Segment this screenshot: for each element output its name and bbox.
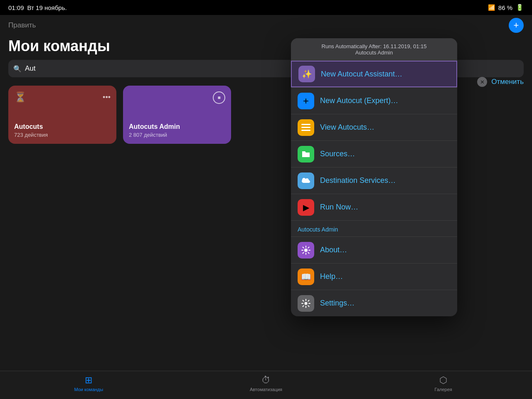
battery-icon: 🔋 xyxy=(516,4,524,11)
spinner-icon: ⏳ xyxy=(14,91,27,103)
status-bar-left: 01:09 Вт 19 ноябрь. xyxy=(8,4,67,11)
cancel-button[interactable]: Отменить xyxy=(491,78,524,86)
gallery-label: Галерея xyxy=(435,387,452,392)
sources-icon xyxy=(298,146,314,163)
view-label: View Autocuts… xyxy=(320,123,451,132)
shortcut-card-autocuts-admin[interactable]: ■ Autocuts Admin 2 807 действий xyxy=(123,86,231,144)
status-bar-right: 📶 86 % 🔋 xyxy=(488,4,524,11)
help-label: Help… xyxy=(320,272,451,281)
menu-item-new-expert[interactable]: + New Autocut (Expert)… xyxy=(291,87,457,114)
destination-icon xyxy=(298,172,314,189)
status-time: 01:09 xyxy=(8,4,24,11)
my-commands-label: Мои команды xyxy=(74,387,103,392)
svg-point-3 xyxy=(304,249,308,252)
menu-item-sources[interactable]: Sources… xyxy=(291,140,457,167)
edit-button[interactable]: Править xyxy=(8,21,36,30)
battery-level: 86 % xyxy=(498,4,512,11)
tab-automation[interactable]: ⏱ Автоматизация xyxy=(177,375,355,392)
cancel-area: ✕ Отменить xyxy=(477,77,524,87)
shortcut-name-admin: Autocuts Admin xyxy=(129,123,225,131)
more-icon[interactable]: ••• xyxy=(103,93,111,102)
tab-gallery[interactable]: ⬡ Галерея xyxy=(355,375,532,392)
add-button[interactable]: + xyxy=(509,18,524,33)
dropdown-menu: Runs Automatically After: 16.11.2019, 01… xyxy=(291,38,457,316)
destination-label: Destination Services… xyxy=(320,176,451,185)
menu-item-settings[interactable]: Settings… xyxy=(291,290,457,316)
menu-item-run-now[interactable]: ▶ Run Now… xyxy=(291,194,457,220)
about-icon xyxy=(298,242,314,259)
clear-button[interactable]: ✕ xyxy=(477,77,487,87)
gallery-icon: ⬡ xyxy=(439,375,447,386)
expert-label: New Autocut (Expert)… xyxy=(320,96,451,105)
tab-bar: ⊞ Мои команды ⏱ Автоматизация ⬡ Галерея xyxy=(0,371,532,399)
menu-item-new-assistant[interactable]: ✨ New Autocut Assistant… xyxy=(291,61,457,87)
section-title: Autocuts Admin xyxy=(298,226,338,233)
my-commands-icon: ⊞ xyxy=(85,375,92,386)
settings-label: Settings… xyxy=(320,299,451,308)
status-date: Вт 19 ноябрь. xyxy=(27,4,67,11)
shortcut-card-autocuts[interactable]: ⏳ ••• Autocuts 723 действия xyxy=(8,86,116,144)
svg-rect-0 xyxy=(301,124,310,125)
about-label: About… xyxy=(320,246,451,254)
main-area: Править + Мои команды 🔍 ⏳ ••• Autocuts 7… xyxy=(0,15,532,371)
expert-icon: + xyxy=(298,93,314,109)
shortcut-count-admin: 2 807 действий xyxy=(129,132,225,138)
menu-section-header: Autocuts Admin xyxy=(291,220,457,236)
run-icon: ▶ xyxy=(298,199,314,216)
view-icon xyxy=(298,119,314,136)
dropdown-tooltip: Runs Automatically After: 16.11.2019, 01… xyxy=(291,38,457,61)
nav-bar: Править + xyxy=(0,15,532,36)
automation-icon: ⏱ xyxy=(261,375,271,386)
status-bar: 01:09 Вт 19 ноябрь. 📶 86 % 🔋 xyxy=(0,0,532,15)
tooltip-line1: Runs Automatically After: 16.11.2019, 01… xyxy=(298,43,451,49)
menu-item-about[interactable]: About… xyxy=(291,236,457,263)
tooltip-line2: Autocuts Admin xyxy=(298,49,451,56)
svg-rect-2 xyxy=(301,130,310,131)
run-label: Run Now… xyxy=(320,203,451,212)
svg-rect-1 xyxy=(301,127,310,128)
settings-icon xyxy=(298,295,314,312)
menu-item-help[interactable]: 📖 Help… xyxy=(291,263,457,290)
wifi-icon: 📶 xyxy=(488,4,495,11)
assistant-icon: ✨ xyxy=(298,66,315,82)
stop-button[interactable]: ■ xyxy=(213,91,225,104)
assistant-label: New Autocut Assistant… xyxy=(321,70,450,79)
menu-item-destination[interactable]: Destination Services… xyxy=(291,167,457,194)
shortcut-name-autocuts: Autocuts xyxy=(14,123,111,131)
search-icon: 🔍 xyxy=(13,65,22,73)
tab-my-commands[interactable]: ⊞ Мои команды xyxy=(0,375,177,392)
menu-item-view-autocuts[interactable]: View Autocuts… xyxy=(291,114,457,140)
shortcut-count-autocuts: 723 действия xyxy=(14,132,111,138)
svg-point-4 xyxy=(305,302,308,305)
automation-label: Автоматизация xyxy=(250,387,282,392)
help-icon: 📖 xyxy=(298,268,314,285)
sources-label: Sources… xyxy=(320,150,451,158)
